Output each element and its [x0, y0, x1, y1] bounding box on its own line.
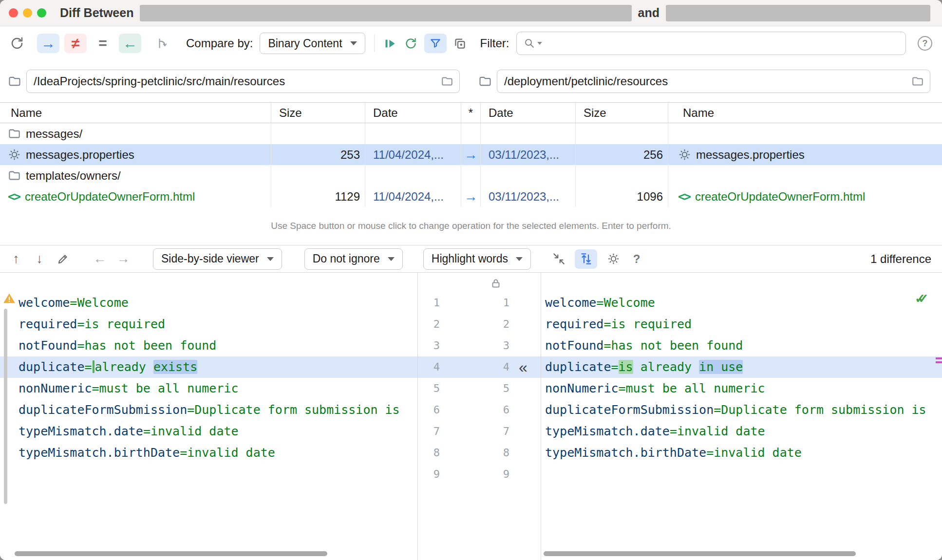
cell-right-date	[481, 165, 576, 186]
code-line: typeMismatch.date=invalid date	[545, 421, 942, 442]
file-table-header: Name Size Date * Date Size Name	[0, 102, 942, 123]
code-line: duplicate=is already in use	[545, 356, 942, 378]
previous-difference-button[interactable]: ↑	[9, 252, 23, 265]
copy-right-to-left-button[interactable]: ←	[119, 34, 141, 53]
line-number: 9	[417, 464, 440, 485]
navigate-forward-button[interactable]: →	[116, 252, 131, 265]
left-path-field	[26, 70, 460, 93]
table-row[interactable]: messages/	[0, 123, 942, 144]
right-editor[interactable]: welcome=Welcomerequired=is requirednotFo…	[541, 292, 942, 464]
col-left-name[interactable]: Name	[0, 103, 271, 123]
equal-filter-button[interactable]: =	[92, 34, 114, 53]
table-row[interactable]: <>createOrUpdateOwnerForm.html112911/04/…	[0, 186, 942, 207]
cell-left-size	[271, 123, 365, 144]
viewer-mode-dropdown[interactable]: Side-by-side viewer	[153, 248, 282, 270]
transfer-right-icon[interactable]: →	[464, 190, 478, 204]
col-right-name[interactable]: Name	[668, 103, 942, 123]
cell-operation: →	[461, 186, 481, 207]
code-icon: <>	[8, 190, 20, 204]
zoom-window-button[interactable]	[37, 8, 46, 18]
nav-left-icon: ←	[94, 252, 107, 265]
cell-right-name: messages.properties	[668, 144, 942, 165]
right-path-input[interactable]	[497, 75, 930, 88]
file-table-body: messages/messages.properties25311/04/202…	[0, 123, 942, 207]
code-segment: =	[84, 360, 92, 374]
warning-icon[interactable]	[3, 292, 16, 307]
gear-icon	[8, 148, 21, 161]
compare-by-value: Binary Content	[268, 37, 342, 50]
diff-help-button[interactable]: ?	[629, 253, 644, 265]
browse-folder-icon[interactable]	[441, 75, 453, 88]
col-left-size[interactable]: Size	[271, 103, 365, 123]
table-row[interactable]: messages.properties25311/04/2024,...→03/…	[0, 144, 942, 165]
browse-folder-icon[interactable]	[911, 75, 924, 88]
col-right-date[interactable]: Date	[481, 103, 576, 123]
copy-plus-icon[interactable]	[453, 37, 467, 50]
exclude-not-equal-button[interactable]: ≠	[64, 34, 87, 53]
highlight-mode-dropdown[interactable]: Highlight words	[423, 248, 531, 270]
col-right-size[interactable]: Size	[576, 103, 668, 123]
refresh-icon[interactable]	[10, 36, 24, 51]
ignore-policy-dropdown[interactable]: Do not ignore	[304, 248, 403, 270]
edit-button[interactable]	[56, 253, 70, 265]
copy-left-to-right-button[interactable]: →	[37, 34, 59, 53]
cell-left-name: messages/	[0, 123, 271, 144]
code-segment: =Duplicate form submission is	[187, 403, 400, 417]
help-icon: ?	[633, 253, 641, 265]
code-segment: required	[19, 317, 77, 331]
rescan-icon[interactable]	[404, 37, 417, 50]
error-stripe-change-marker[interactable]	[936, 361, 942, 363]
right-horizontal-scrollbar[interactable]	[544, 551, 856, 556]
equal-icon: =	[98, 36, 107, 51]
filter-search-field[interactable]	[516, 32, 906, 55]
code-segment: =	[611, 360, 618, 374]
left-line-numbers: 123456789	[417, 292, 440, 485]
help-button[interactable]: ?	[918, 36, 932, 51]
split-view-icon[interactable]	[383, 37, 396, 50]
cell-left-date: 11/04/2024,...	[365, 144, 461, 165]
line-number: 4	[487, 356, 509, 378]
settings-button[interactable]	[606, 252, 621, 265]
cell-right-size	[576, 165, 668, 186]
lock-icon[interactable]	[490, 278, 502, 291]
insertion-point-marker	[93, 360, 94, 373]
left-path-input[interactable]	[27, 75, 459, 88]
code-line: typeMismatch.birthDate=invalid date	[19, 442, 417, 464]
no-problems-check-icon: ✓✓	[915, 291, 937, 306]
search-icon[interactable]	[524, 37, 535, 49]
compare-by-dropdown[interactable]: Binary Content	[260, 33, 365, 54]
close-window-button[interactable]	[9, 8, 18, 18]
code-segment: =has not been found	[77, 338, 216, 353]
redacted-title-segment	[140, 5, 631, 21]
col-operation[interactable]: *	[461, 103, 481, 123]
code-segment: typeMismatch.birthDate	[545, 446, 706, 460]
navigate-back-button[interactable]: ←	[93, 252, 107, 265]
cell-right-name: <>createOrUpdateOwnerForm.html	[668, 186, 942, 207]
transfer-right-icon[interactable]: →	[464, 148, 478, 162]
code-segment: =invalid date	[143, 424, 239, 438]
code-segment: notFound	[19, 338, 77, 353]
minimize-window-button[interactable]	[23, 8, 32, 18]
table-row[interactable]: templates/owners/	[0, 165, 942, 186]
code-segment: exists	[153, 360, 197, 374]
curved-arrow-icon[interactable]	[156, 37, 169, 50]
synchronize-scrolling-button[interactable]	[575, 249, 597, 269]
error-stripe-change-marker[interactable]	[936, 357, 942, 359]
filter-search-input[interactable]	[548, 37, 899, 50]
cell-left-name: <>createOrUpdateOwnerForm.html	[0, 186, 271, 207]
col-left-date[interactable]: Date	[365, 103, 461, 123]
line-number: 1	[487, 292, 509, 314]
collapse-unchanged-button[interactable]	[551, 252, 566, 265]
left-editor[interactable]: welcome=Welcomerequired=is requirednotFo…	[0, 292, 417, 464]
next-difference-button[interactable]: ↓	[32, 252, 47, 265]
line-number: 9	[487, 464, 509, 485]
apply-change-left-button[interactable]: «	[511, 356, 535, 378]
line-number: 7	[487, 421, 509, 442]
line-number: 5	[487, 378, 509, 399]
search-history-chevron-icon[interactable]	[537, 42, 542, 45]
left-horizontal-scrollbar[interactable]	[15, 551, 327, 556]
left-vertical-scrollbar[interactable]	[4, 309, 7, 504]
filter-button[interactable]	[424, 34, 447, 53]
code-icon: <>	[678, 190, 690, 204]
code-line: nonNumeric=must be all numeric	[545, 378, 942, 399]
